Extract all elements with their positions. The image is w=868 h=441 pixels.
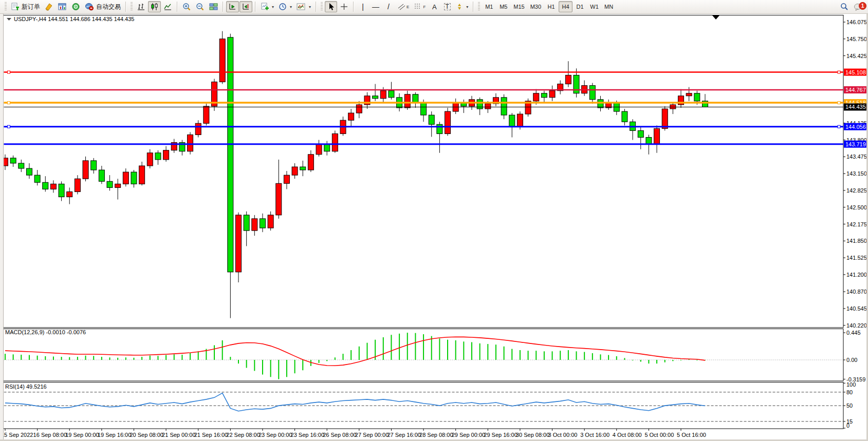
- tile-windows-button[interactable]: [207, 1, 220, 12]
- macd-bar: [383, 337, 384, 360]
- autotrading-button[interactable]: 自动交易: [83, 1, 123, 12]
- hline-handle[interactable]: [838, 71, 840, 73]
- chart-shift-button[interactable]: [239, 1, 252, 12]
- notifications-button[interactable]: 1: [852, 1, 865, 12]
- macd-axis-label: 0.445: [846, 330, 861, 336]
- text-label-icon: T: [444, 3, 451, 10]
- time-axis-label: 29 Sep 00:00: [452, 432, 485, 438]
- macd-bar: [664, 360, 666, 362]
- toolbar-grip[interactable]: [478, 2, 480, 11]
- macd-bar: [423, 334, 424, 360]
- new-chart-button[interactable]: ▾: [258, 1, 276, 12]
- macd-bar: [463, 341, 464, 360]
- time-axis-label: 29 Sep 16:00: [484, 432, 517, 438]
- channel-tool-button[interactable]: E: [395, 1, 411, 12]
- trendline-tool-button[interactable]: /: [382, 1, 395, 12]
- macd-bar: [350, 350, 352, 360]
- candle: [219, 31, 225, 84]
- vertical-line-tool-button[interactable]: |: [357, 1, 369, 12]
- horizontal-line-icon: —: [372, 3, 379, 10]
- macd-bar: [262, 360, 263, 375]
- timeframe-d1-button[interactable]: D1: [573, 1, 587, 12]
- periods-clock-button[interactable]: ▾: [276, 1, 294, 12]
- macd-bar: [230, 357, 231, 360]
- dropdown-caret-icon: ▾: [309, 5, 311, 9]
- chart-canvas[interactable]: 146.075145.750145.425144.125143.800143.4…: [0, 0, 868, 441]
- candlestick-chart-button[interactable]: [148, 1, 161, 12]
- toolbar-grip[interactable]: [5, 2, 7, 11]
- time-axis-label: 15 Sep 2022: [1, 432, 33, 438]
- crosshair-tool-button[interactable]: [338, 1, 350, 12]
- indicators-button[interactable]: ▾: [294, 1, 313, 12]
- macd-bar: [45, 356, 46, 360]
- macd-bar: [656, 360, 657, 363]
- price-axis-label: 143.150: [846, 170, 867, 177]
- timeframe-m30-button[interactable]: M30: [528, 1, 544, 12]
- arrows-tool-button[interactable]: ▾: [454, 1, 470, 12]
- zoom-out-button[interactable]: [194, 1, 207, 12]
- text-tool-button[interactable]: A: [428, 1, 440, 12]
- fibonacci-icon: [414, 3, 422, 11]
- price-axis-label: 140.220: [846, 322, 867, 329]
- time-axis-label: 23 Sep 00:00: [258, 432, 292, 438]
- macd-bar: [150, 356, 151, 360]
- hline-handle[interactable]: [8, 102, 10, 104]
- toolbar-grip[interactable]: [321, 2, 323, 11]
- hline-handle[interactable]: [8, 125, 10, 128]
- horizontal-line-tool-button[interactable]: —: [370, 1, 382, 12]
- fibonacci-tool-button[interactable]: F: [412, 1, 428, 12]
- macd-bar: [447, 340, 448, 360]
- rsi-axis-label: 80: [846, 389, 853, 395]
- macd-bar: [520, 350, 521, 360]
- macd-bar: [584, 352, 585, 360]
- crosshair-icon: [340, 3, 348, 11]
- line-chart-button[interactable]: [161, 1, 174, 12]
- hline-handle[interactable]: [838, 102, 840, 104]
- timeframe-w1-button[interactable]: W1: [587, 1, 601, 12]
- navigator-icon: [58, 3, 67, 11]
- toolbar-separator: [255, 2, 256, 12]
- macd-bar: [544, 351, 545, 360]
- timeframe-h1-button[interactable]: H1: [544, 1, 558, 12]
- market-watch-button[interactable]: [43, 1, 56, 12]
- macd-bar: [85, 356, 86, 360]
- dropdown-caret-icon: ▾: [272, 5, 274, 9]
- timeframe-h4-button[interactable]: H4: [559, 1, 572, 12]
- macd-bar: [680, 360, 681, 360]
- timeframe-m5-button[interactable]: M5: [496, 1, 510, 12]
- macd-bar: [101, 357, 102, 360]
- rsi-axis-label: 50: [846, 402, 853, 409]
- clock-icon: [279, 3, 287, 11]
- timeframe-mn-button[interactable]: MN: [602, 1, 616, 12]
- auto-scroll-button[interactable]: [226, 1, 239, 12]
- timeframe-m15-button[interactable]: M15: [511, 1, 527, 12]
- cursor-tool-button[interactable]: [325, 1, 337, 12]
- price-axis-label: 141.200: [846, 272, 867, 278]
- macd-bar: [439, 338, 440, 360]
- signals-button[interactable]: [69, 1, 82, 12]
- macd-bar: [632, 360, 633, 360]
- hline-handle[interactable]: [838, 125, 840, 128]
- macd-bar: [399, 334, 400, 360]
- new-order-icon: [11, 3, 20, 11]
- time-axis-label: 27 Sep 16:00: [387, 432, 420, 438]
- toolbar-grip[interactable]: [131, 2, 133, 11]
- fibonacci-sub-label: F: [423, 5, 426, 9]
- macd-bar: [174, 354, 175, 360]
- macd-bar: [109, 357, 110, 360]
- text-label-tool-button[interactable]: T: [441, 1, 453, 12]
- candle: [188, 132, 193, 154]
- search-button[interactable]: [838, 1, 851, 12]
- hline-handle[interactable]: [8, 71, 10, 73]
- candle: [212, 79, 217, 111]
- macd-bar: [359, 347, 360, 360]
- timeframe-m1-button[interactable]: M1: [482, 1, 496, 12]
- bar-chart-button[interactable]: [135, 1, 147, 12]
- macd-bar: [319, 360, 320, 363]
- navigator-button[interactable]: [56, 1, 69, 12]
- zoom-in-button[interactable]: [180, 1, 193, 12]
- new-order-button[interactable]: 新订单: [9, 1, 42, 12]
- time-axis-label: 23 Sep 16:00: [291, 432, 324, 438]
- rsi-label: RSI(14) 49.5216: [5, 384, 47, 390]
- auto-scroll-icon: [228, 3, 237, 11]
